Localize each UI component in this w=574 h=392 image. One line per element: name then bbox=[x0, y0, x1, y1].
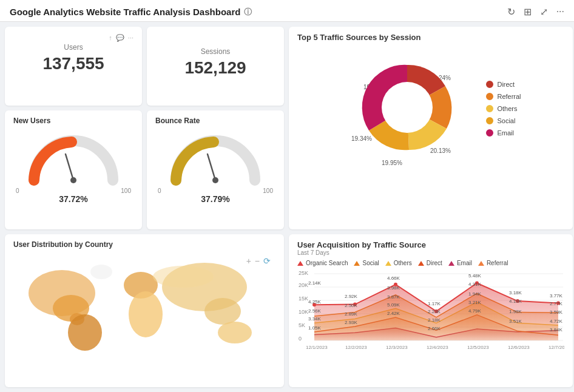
donut-chart: 21.24% 19.34% 19.34% 19.95% 20.13% bbox=[340, 47, 474, 170]
bounce-rate-gauge: 0 100 37.79% bbox=[155, 129, 275, 204]
legend-label-social: Social bbox=[497, 117, 515, 124]
map-area: + − ⟳ bbox=[13, 251, 275, 354]
info-icon[interactable]: ⓘ bbox=[244, 7, 252, 18]
svg-text:0: 0 bbox=[299, 336, 302, 342]
svg-text:2.89K: 2.89K bbox=[345, 311, 358, 317]
gauge-max-2: 100 bbox=[263, 188, 273, 194]
zoom-in-icon[interactable]: + bbox=[246, 256, 251, 266]
svg-text:1.94K: 1.94K bbox=[468, 291, 482, 297]
label-direct-chart: Direct bbox=[427, 260, 442, 266]
new-users-title: New Users bbox=[13, 117, 133, 125]
chart-legend: Organic Search Social Others Direct Emai… bbox=[297, 260, 564, 266]
svg-text:5.09K: 5.09K bbox=[387, 302, 400, 308]
reset-map-icon[interactable]: ⟳ bbox=[263, 256, 271, 266]
legend-label-direct: Direct bbox=[497, 81, 515, 88]
svg-text:12/3/2023: 12/3/2023 bbox=[386, 345, 408, 350]
map-controls: + − ⟳ bbox=[246, 256, 271, 266]
svg-text:4.72K: 4.72K bbox=[550, 319, 563, 324]
refresh-icon[interactable]: ↻ bbox=[507, 6, 515, 18]
legend-others: Others bbox=[486, 105, 521, 112]
label-referral-chart: Referral bbox=[487, 260, 508, 266]
bounce-rate-card: Bounce Rate 0 100 37.79% bbox=[147, 110, 284, 229]
svg-text:2.42K: 2.42K bbox=[387, 311, 400, 316]
more-icon[interactable]: ··· bbox=[556, 6, 564, 18]
users-value: 137,555 bbox=[13, 54, 133, 73]
new-users-percent: 37.72% bbox=[59, 194, 87, 204]
svg-text:3.51K: 3.51K bbox=[509, 319, 522, 324]
users-card: ↑ 💬 ··· Users 137,555 bbox=[5, 27, 142, 106]
svg-text:2.50K: 2.50K bbox=[345, 303, 358, 308]
svg-text:3.34K: 3.34K bbox=[308, 316, 322, 322]
legend-label-referral: Referral bbox=[497, 93, 521, 100]
svg-text:2.93K: 2.93K bbox=[345, 320, 358, 325]
area-chart-title: User Acquisition by Traffic Source bbox=[297, 240, 564, 249]
svg-point-20 bbox=[153, 266, 214, 288]
svg-text:3.87K: 3.87K bbox=[387, 294, 400, 300]
svg-text:15K: 15K bbox=[299, 296, 308, 302]
svg-text:4.19K: 4.19K bbox=[509, 299, 522, 304]
svg-line-0 bbox=[66, 154, 73, 180]
svg-text:4.25K: 4.25K bbox=[308, 299, 322, 305]
svg-text:12/1/2023: 12/1/2023 bbox=[306, 345, 328, 350]
svg-text:4.79K: 4.79K bbox=[468, 308, 482, 314]
svg-point-3 bbox=[212, 177, 218, 183]
header: Google Analytics Website Traffic Analysi… bbox=[0, 0, 574, 22]
svg-line-2 bbox=[208, 154, 215, 180]
legend-email-chart: Email bbox=[448, 260, 472, 266]
legend-direct-chart: Direct bbox=[418, 260, 442, 266]
svg-text:20.13%: 20.13% bbox=[430, 147, 451, 154]
donut-content: 21.24% 19.34% 19.34% 19.95% 20.13% bbox=[297, 47, 564, 170]
svg-text:12/7/2023: 12/7/2023 bbox=[549, 345, 564, 350]
bounce-rate-percent: 37.79% bbox=[201, 194, 229, 204]
gauge-row: New Users 0 100 37.72% bbox=[5, 110, 284, 229]
legend-referral: Referral bbox=[486, 93, 521, 100]
sessions-label: Sessions bbox=[155, 47, 275, 56]
triangle-referral bbox=[478, 261, 484, 266]
label-social: Social bbox=[362, 260, 379, 266]
main-content: ↑ 💬 ··· Users 137,555 Sessions 152,129 N… bbox=[0, 22, 574, 392]
svg-text:2.77K: 2.77K bbox=[550, 301, 563, 306]
more-options-icon[interactable]: ··· bbox=[128, 34, 133, 42]
svg-point-9 bbox=[382, 82, 433, 133]
legend-email: Email bbox=[486, 129, 521, 137]
new-users-gauge: 0 100 37.72% bbox=[13, 129, 133, 204]
donut-card: Top 5 Traffic Sources by Session 21.24% … bbox=[289, 27, 573, 229]
bounce-rate-footer: 0 100 bbox=[155, 188, 275, 194]
legend-organic: Organic Search bbox=[297, 260, 348, 266]
svg-point-18 bbox=[218, 322, 252, 343]
svg-text:2.66K: 2.66K bbox=[428, 326, 441, 331]
svg-point-17 bbox=[204, 298, 241, 325]
expand-icon[interactable]: ⤢ bbox=[540, 6, 548, 18]
svg-text:12/4/2023: 12/4/2023 bbox=[427, 345, 448, 350]
map-card: User Distribution by Country + − ⟳ bbox=[5, 234, 284, 387]
svg-text:5K: 5K bbox=[299, 322, 305, 328]
new-users-footer: 0 100 bbox=[13, 188, 133, 194]
legend-dot-social bbox=[486, 117, 493, 124]
svg-text:12/6/2023: 12/6/2023 bbox=[508, 345, 530, 350]
gauge-max: 100 bbox=[121, 188, 131, 194]
svg-text:12/2/2023: 12/2/2023 bbox=[345, 345, 367, 350]
legend-dot-direct bbox=[486, 81, 493, 88]
svg-text:3.77K: 3.77K bbox=[550, 293, 563, 299]
legend-dot-referral bbox=[486, 93, 493, 100]
gauge-min-2: 0 bbox=[158, 188, 161, 194]
label-organic: Organic Search bbox=[306, 260, 348, 266]
svg-point-1 bbox=[70, 177, 76, 183]
donut-legend: Direct Referral Others Social bbox=[486, 81, 521, 137]
svg-text:12/5/2023: 12/5/2023 bbox=[467, 345, 489, 350]
upload-icon[interactable]: ↑ bbox=[109, 34, 112, 42]
metrics-row: ↑ 💬 ··· Users 137,555 Sessions 152,129 bbox=[5, 27, 284, 106]
bounce-rate-title: Bounce Rate bbox=[155, 117, 275, 125]
svg-text:2.92K: 2.92K bbox=[345, 294, 358, 299]
legend-direct: Direct bbox=[486, 81, 521, 88]
comment-icon[interactable]: 💬 bbox=[116, 34, 124, 42]
area-chart-card: User Acquisition by Traffic Source Last … bbox=[289, 234, 573, 387]
users-card-icons: ↑ 💬 ··· bbox=[13, 34, 133, 42]
page-title: Google Analytics Website Traffic Analysi… bbox=[10, 7, 252, 18]
zoom-out-icon[interactable]: − bbox=[255, 256, 260, 266]
label-email-chart: Email bbox=[457, 260, 472, 266]
share-icon[interactable]: ⊞ bbox=[524, 6, 532, 18]
triangle-email bbox=[448, 261, 454, 266]
svg-text:3.84K: 3.84K bbox=[550, 327, 563, 333]
svg-text:2.23K: 2.23K bbox=[428, 309, 441, 314]
